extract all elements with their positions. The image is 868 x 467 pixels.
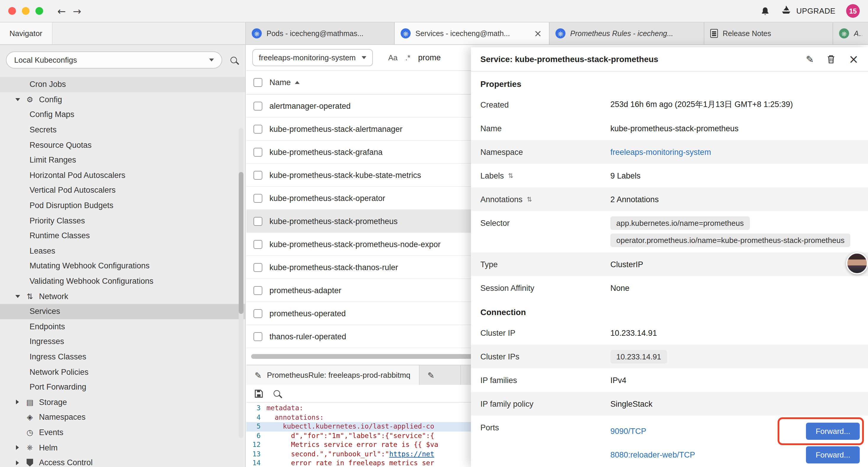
navigator-sidebar: Local Kubeconfigs Cron Jobs ⚙ Config Con… xyxy=(0,45,246,467)
sidebar-item-runtime-classes[interactable]: Runtime Classes xyxy=(0,228,245,243)
forward-button[interactable]: Forward... xyxy=(806,446,860,463)
sidebar-scrollbar-thumb[interactable] xyxy=(239,172,243,314)
regex-toggle[interactable]: .* xyxy=(405,53,410,62)
tab-argo[interactable]: ⎈ Argo Se xyxy=(833,23,868,44)
navigator-header: Navigator xyxy=(0,23,246,44)
gear-icon: ⚙ xyxy=(25,95,35,104)
namespace-filter-dropdown[interactable]: freeleaps-monitoring-system xyxy=(252,49,373,66)
row-checkbox[interactable] xyxy=(253,124,262,133)
sidebar-item-horizontal-pod-autoscalers[interactable]: Horizontal Pod Autoscalers xyxy=(0,168,245,183)
dock-tab-partial[interactable]: ✎ xyxy=(419,365,461,385)
chevron-down-icon xyxy=(14,98,21,101)
chevron-down-icon xyxy=(14,295,21,298)
row-checkbox[interactable] xyxy=(253,101,262,110)
namespace-link[interactable]: freeleaps-monitoring-system xyxy=(610,147,711,156)
tab-services[interactable]: ⎈ Services - icecheng@math... × xyxy=(395,23,550,44)
drawer-title: Service: kube-prometheus-stack-prometheu… xyxy=(480,54,658,64)
row-checkbox[interactable] xyxy=(253,147,262,156)
tab-bar: Navigator ⎈ Pods - icecheng@mathmas... ⎈… xyxy=(0,23,868,45)
service-detail-drawer: Service: kube-prometheus-stack-prometheu… xyxy=(471,47,868,467)
search-icon[interactable] xyxy=(230,57,237,63)
port-line: 9090/TCP Forward... xyxy=(610,419,868,443)
back-icon[interactable]: ← xyxy=(57,5,66,17)
sidebar-item-ingress-classes[interactable]: Ingress Classes xyxy=(0,349,245,364)
row-checkbox[interactable] xyxy=(253,286,262,295)
row-checkbox[interactable] xyxy=(253,309,262,318)
row-checkbox[interactable] xyxy=(253,263,262,272)
selector-chip: operator.prometheus.io/name=kube-prometh… xyxy=(610,233,850,247)
sidebar-item-config-maps[interactable]: Config Maps xyxy=(0,107,245,122)
sidebar-item-access-control[interactable]: Access Control xyxy=(0,455,245,467)
cluster-ip-chip: 10.233.14.91 xyxy=(610,350,667,363)
selector-chip: app.kubernetes.io/name=prometheus xyxy=(610,216,749,230)
row-checkbox[interactable] xyxy=(253,332,262,341)
tab-prometheus-rules[interactable]: ⎈ Prometheus Rules - icecheng... xyxy=(550,23,704,44)
port-link[interactable]: 8080:reloader-web/TCP xyxy=(610,450,695,459)
search-icon[interactable] xyxy=(274,390,280,397)
shield-icon xyxy=(27,459,33,466)
sidebar-item-endpoints[interactable]: Endpoints xyxy=(0,319,245,334)
kubernetes-icon: ⎈ xyxy=(555,28,565,38)
sidebar-item-limit-ranges[interactable]: Limit Ranges xyxy=(0,152,245,168)
book-icon xyxy=(710,29,718,38)
helm-icon: ⎈ xyxy=(25,443,35,452)
minimize-window-button[interactable] xyxy=(22,7,30,15)
close-icon[interactable]: × xyxy=(533,28,543,39)
sidebar-item-cron-jobs[interactable]: Cron Jobs xyxy=(0,77,245,92)
sidebar-item-leases[interactable]: Leases xyxy=(0,243,245,258)
sidebar-item-validating-webhook-configurations[interactable]: Validating Webhook Configurations xyxy=(0,273,245,289)
row-checkbox[interactable] xyxy=(253,194,262,202)
sidebar-item-network[interactable]: ⇅ Network xyxy=(0,289,245,304)
bell-icon[interactable] xyxy=(760,6,770,16)
sidebar-item-pod-disruption-budgets[interactable]: Pod Disruption Budgets xyxy=(0,198,245,213)
detail-row-ip-family-policy: IP family policy SingleStack xyxy=(471,392,868,415)
close-window-button[interactable] xyxy=(8,7,16,15)
port-link[interactable]: 9090/TCP xyxy=(610,427,646,435)
sidebar-item-vertical-pod-autoscalers[interactable]: Vertical Pod Autoscalers xyxy=(0,183,245,198)
sort-toggle-icon[interactable]: ⇅ xyxy=(508,172,514,179)
tab-pods[interactable]: ⎈ Pods - icecheng@mathmas... xyxy=(246,23,395,44)
kubernetes-icon: ⎈ xyxy=(252,28,262,38)
sidebar-item-port-forwarding[interactable]: Port Forwarding xyxy=(0,380,245,395)
pencil-icon[interactable]: ✎ xyxy=(806,54,814,65)
sidebar-item-config[interactable]: ⚙ Config xyxy=(0,92,245,107)
forward-button[interactable]: Forward... xyxy=(806,422,860,439)
name-column-header[interactable]: Name xyxy=(270,78,300,87)
sidebar-item-priority-classes[interactable]: Priority Classes xyxy=(0,213,245,228)
layers-icon: ◈ xyxy=(25,413,35,422)
save-icon[interactable] xyxy=(255,389,263,398)
upgrade-button[interactable]: UPGRADE xyxy=(780,5,836,17)
close-icon[interactable]: × xyxy=(848,52,859,66)
sidebar-item-storage[interactable]: ▤ Storage xyxy=(0,395,245,410)
notification-badge[interactable]: 15 xyxy=(846,4,860,18)
detail-row-ip-families: IP families IPv4 xyxy=(471,368,868,392)
avatar[interactable] xyxy=(846,253,868,274)
chevron-right-icon xyxy=(14,400,21,405)
sidebar-item-secrets[interactable]: Secrets xyxy=(0,122,245,138)
sidebar-item-mutating-webhook-configurations[interactable]: Mutating Webhook Configurations xyxy=(0,258,245,273)
select-all-checkbox[interactable] xyxy=(253,78,262,87)
tab-release-notes[interactable]: Release Notes xyxy=(704,23,833,44)
sort-toggle-icon[interactable]: ⇅ xyxy=(527,195,532,203)
forward-icon[interactable]: → xyxy=(73,5,82,17)
kubeconfig-selector[interactable]: Local Kubeconfigs xyxy=(6,52,222,68)
drawer-header: Service: kube-prometheus-stack-prometheu… xyxy=(471,47,868,71)
trash-icon[interactable] xyxy=(827,54,836,64)
match-case-toggle[interactable]: Aa xyxy=(388,53,398,62)
sidebar-item-resource-quotas[interactable]: Resource Quotas xyxy=(0,138,245,152)
row-checkbox[interactable] xyxy=(253,171,262,179)
sidebar-item-helm[interactable]: ⎈ Helm xyxy=(0,440,245,455)
dock-tab-prometheusrule[interactable]: ✎ PrometheusRule: freeleaps-prod-rabbitm… xyxy=(246,365,419,385)
maximize-window-button[interactable] xyxy=(35,7,43,15)
sidebar-item-ingresses[interactable]: Ingresses xyxy=(0,334,245,349)
kubernetes-icon: ⎈ xyxy=(839,28,849,38)
sidebar-item-namespaces[interactable]: ◈ Namespaces xyxy=(0,410,245,425)
row-checkbox[interactable] xyxy=(253,240,262,249)
sidebar-item-network-policies[interactable]: Network Policies xyxy=(0,364,245,380)
sort-asc-icon xyxy=(295,81,300,84)
detail-row-cluster-ip: Cluster IP 10.233.14.91 xyxy=(471,321,868,345)
sidebar-item-events[interactable]: ◷ Events xyxy=(0,425,245,440)
navigator-label: Navigator xyxy=(0,23,52,44)
sidebar-item-services[interactable]: Services xyxy=(0,304,245,319)
row-checkbox[interactable] xyxy=(253,217,262,226)
